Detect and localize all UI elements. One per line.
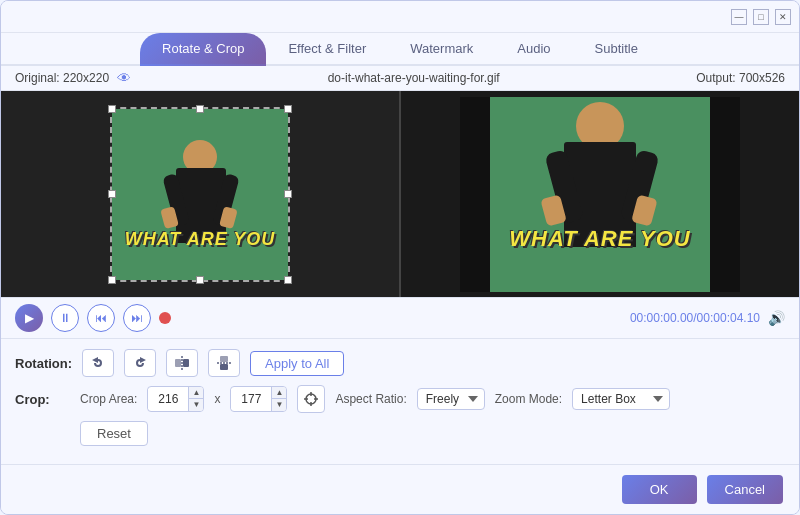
height-up-button[interactable]: ▲ [272,387,286,399]
eye-icon[interactable]: 👁 [117,70,131,86]
output-size: Output: 700x526 [696,71,785,85]
zoom-mode-label: Zoom Mode: [495,392,562,406]
preview-right: WHAT ARE YOU [399,91,799,297]
title-bar: — □ ✕ [1,1,799,33]
crop-row: Crop: Crop Area: ▲ ▼ x ▲ ▼ [15,385,785,413]
svg-rect-3 [220,356,228,362]
output-preview: WHAT ARE YOU [460,97,740,292]
width-up-button[interactable]: ▲ [189,387,203,399]
crop-handle-bc[interactable] [196,276,204,284]
preview-area: WHAT ARE YOU [1,91,799,297]
width-spin: ▲ ▼ [188,387,203,411]
crop-handle-br[interactable] [284,276,292,284]
aspect-ratio-label: Aspect Ratio: [335,392,406,406]
reset-button[interactable]: Reset [80,421,148,446]
next-button[interactable]: ⏭ [123,304,151,332]
apply-to-all-button[interactable]: Apply to All [250,351,344,376]
crop-handle-mr[interactable] [284,190,292,198]
pause-button[interactable]: ⏸ [51,304,79,332]
crosshair-button[interactable] [297,385,325,413]
crop-label: Crop: [15,392,70,407]
gif-background-right: WHAT ARE YOU [460,97,740,292]
height-down-button[interactable]: ▼ [272,399,286,411]
letterbox-right [710,97,740,292]
rotate-cw90-button[interactable] [124,349,156,377]
text-overlay-right: WHAT ARE YOU [509,226,690,252]
letterbox-left [460,97,490,292]
crop-handle-bl[interactable] [108,276,116,284]
action-bar: OK Cancel [1,464,799,514]
tabs-bar: Rotate & Crop Effect & Filter Watermark … [1,33,799,66]
height-spin: ▲ ▼ [271,387,286,411]
info-bar: Original: 220x220 👁 do-it-what-are-you-w… [1,66,799,91]
width-input-group: ▲ ▼ [147,386,204,412]
crop-width-input[interactable] [148,389,188,409]
settings-panel: Rotation: [1,338,799,464]
aspect-ratio-select[interactable]: Freely 16:9 4:3 1:1 9:16 [417,388,485,410]
x-separator: x [214,392,220,406]
tab-subtitle[interactable]: Subtitle [573,33,660,66]
gif-background-left: WHAT ARE YOU [112,109,288,280]
crop-preview[interactable]: WHAT ARE YOU [110,107,290,282]
time-display: 00:00:00.00/00:00:04.10 [630,311,760,325]
person-right [540,102,660,292]
play-button[interactable]: ▶ [15,304,43,332]
rotation-row: Rotation: [15,349,785,377]
controls-bar: ▶ ⏸ ⏮ ⏭ 00:00:00.00/00:00:04.10 🔊 [1,297,799,338]
info-left: Original: 220x220 👁 [15,70,131,86]
svg-rect-0 [175,359,181,367]
tab-audio[interactable]: Audio [495,33,572,66]
person-left [160,140,240,280]
crop-handle-ml[interactable] [108,190,116,198]
volume-icon[interactable]: 🔊 [768,310,785,326]
height-input-group: ▲ ▼ [230,386,287,412]
text-overlay-left: WHAT ARE YOU [125,229,276,250]
width-down-button[interactable]: ▼ [189,399,203,411]
flip-horizontal-button[interactable] [166,349,198,377]
crop-area-label: Crop Area: [80,392,137,406]
crop-height-input[interactable] [231,389,271,409]
flip-vertical-button[interactable] [208,349,240,377]
original-size: Original: 220x220 [15,71,109,85]
window-controls: — □ ✕ [731,9,791,25]
record-dot[interactable] [159,312,171,324]
main-window: — □ ✕ Rotate & Crop Effect & Filter Wate… [0,0,800,515]
crop-handle-tr[interactable] [284,105,292,113]
cancel-button[interactable]: Cancel [707,475,783,504]
reset-row: Reset [15,421,785,446]
svg-rect-1 [183,359,189,367]
preview-left: WHAT ARE YOU [1,91,399,297]
rotate-ccw90-button[interactable] [82,349,114,377]
rotation-label: Rotation: [15,356,72,371]
minimize-button[interactable]: — [731,9,747,25]
tab-rotate-crop[interactable]: Rotate & Crop [140,33,266,66]
tab-effect-filter[interactable]: Effect & Filter [266,33,388,66]
filename: do-it-what-are-you-waiting-for.gif [328,71,500,85]
tab-watermark[interactable]: Watermark [388,33,495,66]
crop-handle-tl[interactable] [108,105,116,113]
prev-button[interactable]: ⏮ [87,304,115,332]
zoom-mode-select[interactable]: Letter Box Pan & Scan Full [572,388,670,410]
maximize-button[interactable]: □ [753,9,769,25]
close-button[interactable]: ✕ [775,9,791,25]
ok-button[interactable]: OK [622,475,697,504]
crop-handle-tc[interactable] [196,105,204,113]
svg-rect-4 [220,364,228,370]
